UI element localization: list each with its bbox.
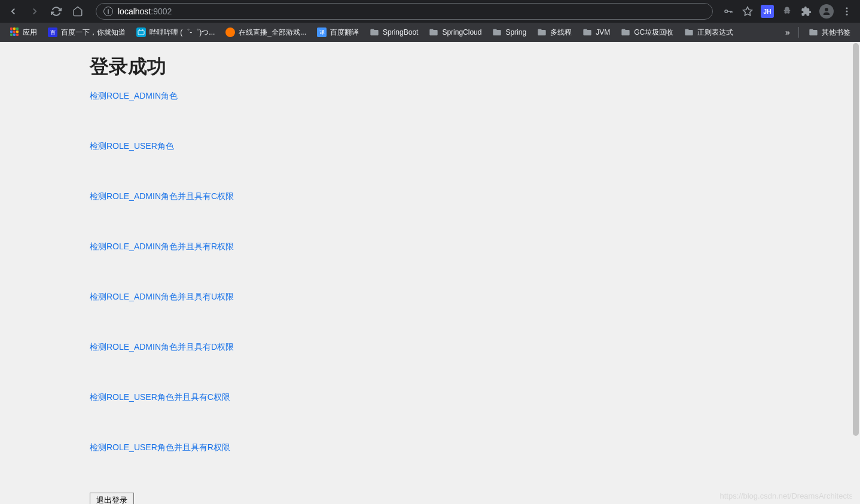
fanyi-icon: 译	[317, 28, 327, 37]
bookmark-label: SpringCloud	[442, 28, 481, 36]
extension-badge[interactable]: JH	[761, 5, 774, 18]
logout-button[interactable]: 退出登录	[90, 493, 134, 504]
scrollbar-thumb[interactable]	[853, 43, 859, 436]
home-button[interactable]	[69, 3, 86, 20]
link-role-admin[interactable]: 检测ROLE_ADMIN角色	[90, 91, 770, 102]
star-icon[interactable]	[742, 5, 754, 17]
other-bookmarks[interactable]: 其他书签	[804, 25, 855, 40]
baidu-icon: 百	[48, 28, 57, 37]
apps-icon	[10, 28, 19, 37]
bookmarks-bar: 应用 百 百度一下，你就知道 哔哩哔哩 (゜-゜)つ... 在线直播_全部游戏.…	[0, 23, 860, 42]
svg-point-0	[725, 10, 728, 13]
user-avatar[interactable]	[819, 4, 834, 19]
browser-toolbar: i localhost:9002 JH	[0, 0, 860, 23]
key-icon[interactable]	[722, 5, 734, 17]
bookmark-label: JVM	[596, 28, 610, 36]
bookmark-bilibili[interactable]: 哔哩哔哩 (゜-゜)つ...	[132, 25, 219, 40]
svg-point-4	[846, 11, 848, 13]
menu-icon[interactable]	[841, 5, 853, 17]
bookmark-spring[interactable]: Spring	[487, 25, 531, 39]
folder-icon	[537, 28, 547, 37]
bookmark-label: SpringBoot	[383, 28, 418, 36]
bookmark-label: 百度翻译	[330, 28, 359, 38]
bookmark-jvm[interactable]: JVM	[578, 25, 615, 39]
bookmark-springboot[interactable]: SpringBoot	[365, 25, 423, 39]
folder-icon	[492, 28, 502, 37]
folder-icon	[684, 28, 694, 37]
link-role-user-r[interactable]: 检测ROLE_USER角色并且具有R权限	[90, 442, 770, 453]
svg-point-2	[825, 8, 828, 11]
folder-icon	[809, 28, 818, 37]
page-title: 登录成功	[90, 54, 770, 80]
link-role-admin-r[interactable]: 检测ROLE_ADMIN角色并且具有R权限	[90, 242, 770, 252]
address-bar[interactable]: i localhost:9002	[96, 3, 713, 20]
svg-rect-6	[138, 30, 144, 35]
bookmark-gc[interactable]: GC垃圾回收	[616, 25, 678, 40]
bookmark-label: 哔哩哔哩 (゜-゜)つ...	[150, 28, 215, 38]
folder-icon	[370, 28, 379, 37]
incognito-icon[interactable]	[781, 5, 793, 17]
bookmark-label: 多线程	[550, 28, 572, 38]
svg-point-5	[846, 14, 848, 16]
url-text: localhost:9002	[118, 6, 172, 17]
page-content: 登录成功 检测ROLE_ADMIN角色 检测ROLE_USER角色 检测ROLE…	[0, 42, 860, 504]
link-role-user-c[interactable]: 检测ROLE_USER角色并且具有C权限	[90, 392, 770, 403]
other-bookmarks-label: 其他书签	[822, 28, 850, 38]
bookmark-label: 正则表达式	[697, 28, 733, 38]
bookmark-regex[interactable]: 正则表达式	[679, 25, 738, 40]
extensions-icon[interactable]	[800, 5, 812, 17]
folder-icon	[621, 28, 630, 37]
bookmark-label: 在线直播_全部游戏...	[239, 28, 306, 38]
bookmark-label: Spring	[505, 28, 526, 36]
bookmark-label: 百度一下，你就知道	[61, 28, 126, 38]
link-role-admin-d[interactable]: 检测ROLE_ADMIN角色并且具有D权限	[90, 342, 770, 353]
apps-shortcut[interactable]: 应用	[5, 25, 42, 40]
site-info-icon[interactable]: i	[103, 7, 113, 16]
folder-icon	[583, 28, 592, 37]
divider	[798, 27, 799, 38]
scrollbar[interactable]	[852, 42, 860, 504]
bookmark-baidu[interactable]: 百 百度一下，你就知道	[43, 25, 130, 40]
bookmarks-overflow-icon[interactable]: »	[782, 26, 794, 38]
bookmark-label: GC垃圾回收	[634, 28, 673, 38]
svg-marker-1	[743, 7, 752, 16]
svg-point-3	[846, 7, 848, 9]
browser-chrome: i localhost:9002 JH	[0, 0, 860, 42]
reload-button[interactable]	[48, 3, 65, 20]
bookmark-springcloud[interactable]: SpringCloud	[424, 25, 486, 39]
back-button[interactable]	[5, 3, 22, 20]
toolbar-right: JH	[722, 4, 855, 19]
apps-label: 应用	[23, 28, 37, 38]
link-role-admin-u[interactable]: 检测ROLE_ADMIN角色并且具有U权限	[90, 292, 770, 303]
folder-icon	[429, 28, 438, 37]
link-role-admin-c[interactable]: 检测ROLE_ADMIN角色并且具有C权限	[90, 191, 770, 202]
bilibili-icon	[136, 28, 146, 37]
huya-icon	[225, 28, 235, 37]
forward-button[interactable]	[26, 3, 43, 20]
bookmark-multithread[interactable]: 多线程	[532, 25, 577, 40]
bookmark-huya[interactable]: 在线直播_全部游戏...	[221, 25, 311, 40]
watermark: https://blog.csdn.net/DreamsArchitects	[719, 491, 853, 500]
link-role-user[interactable]: 检测ROLE_USER角色	[90, 141, 770, 152]
bookmark-fanyi[interactable]: 译 百度翻译	[312, 25, 364, 40]
